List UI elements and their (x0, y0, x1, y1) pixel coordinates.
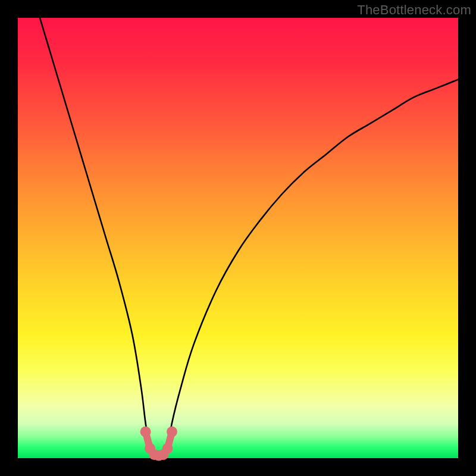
plot-area (18, 18, 458, 458)
bottleneck-curve (40, 18, 458, 459)
watermark-text: TheBottleneck.com (357, 2, 471, 18)
valley-markers (140, 427, 177, 461)
valley-marker-dot (162, 443, 173, 454)
valley-marker-dot (167, 427, 177, 437)
curve-svg (18, 18, 458, 458)
chart-frame: TheBottleneck.com (0, 0, 476, 476)
valley-marker-dot (140, 427, 151, 437)
